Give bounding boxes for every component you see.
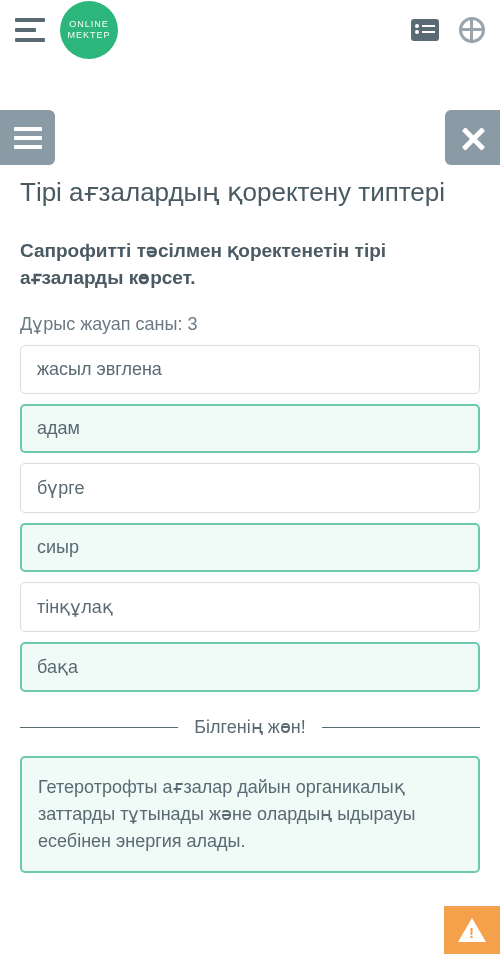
globe-icon[interactable] — [459, 17, 485, 43]
hamburger-icon — [14, 127, 42, 149]
option-0[interactable]: жасыл эвглена — [20, 345, 480, 394]
content: Тірі ағзалардың қоректену типтері Сапроф… — [0, 177, 500, 873]
answer-count-hint: Дұрыс жауап саны: 3 — [20, 313, 480, 335]
logo[interactable]: ONLINE MEKTEP — [60, 1, 118, 59]
divider-text: Білгенің жөн! — [178, 716, 321, 738]
menu-icon[interactable] — [15, 18, 45, 42]
nav-bar — [0, 110, 500, 165]
close-button[interactable] — [445, 110, 500, 165]
top-left: ONLINE MEKTEP — [15, 1, 118, 59]
option-4[interactable]: тінқұлақ — [20, 582, 480, 632]
option-3[interactable]: сиыр — [20, 523, 480, 572]
divider-line-left — [20, 727, 178, 728]
page-title: Тірі ағзалардың қоректену типтері — [20, 177, 480, 208]
top-right — [411, 17, 485, 43]
warning-badge[interactable] — [444, 906, 500, 954]
divider-section: Білгенің жөн! — [20, 716, 480, 738]
list-icon[interactable] — [411, 19, 439, 41]
sidebar-menu-button[interactable] — [0, 110, 55, 165]
close-icon — [460, 125, 486, 151]
option-2[interactable]: бүрге — [20, 463, 480, 513]
info-box: Гетеротрофты ағзалар дайын органикалық з… — [20, 756, 480, 873]
logo-line2: MEKTEP — [67, 30, 110, 41]
logo-line1: ONLINE — [69, 19, 109, 30]
question-text: Сапрофитті тәсілмен қоректенетін тірі ағ… — [20, 238, 480, 291]
option-5[interactable]: бақа — [20, 642, 480, 692]
warning-icon — [458, 918, 486, 942]
divider-line-right — [322, 727, 480, 728]
option-1[interactable]: адам — [20, 404, 480, 453]
top-bar: ONLINE MEKTEP — [0, 0, 500, 60]
